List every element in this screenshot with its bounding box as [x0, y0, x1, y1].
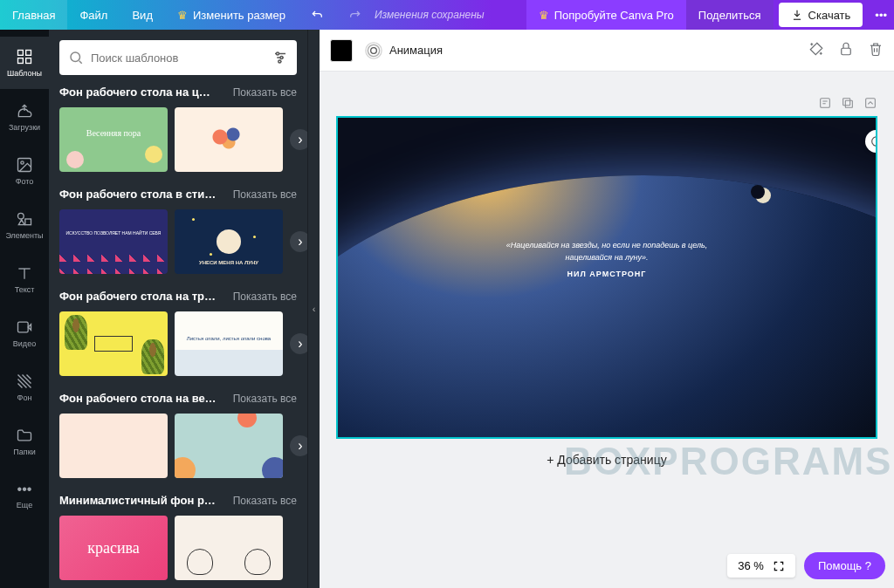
section-title: Фон рабочего стола на тро... [59, 290, 217, 303]
canvas-toolbar: Анимация [320, 30, 894, 72]
svg-rect-18 [845, 100, 852, 107]
menu-file[interactable]: Файл [67, 0, 120, 30]
section-title: Фон рабочего стола на весе... [59, 392, 217, 405]
svg-point-10 [277, 52, 279, 55]
quote-text[interactable]: «Нацеливайся на звезды, но если не попад… [338, 240, 876, 281]
scroll-right-button[interactable]: › [290, 435, 307, 456]
template-thumb[interactable] [59, 414, 168, 478]
svg-point-14 [368, 44, 379, 56]
share-button[interactable]: Поделиться [686, 0, 774, 30]
show-all-link[interactable]: Показать все [233, 188, 297, 201]
rail-video[interactable]: Видео [0, 307, 49, 359]
svg-point-12 [279, 60, 281, 63]
duplicate-page-button[interactable] [841, 96, 855, 113]
collapse-panel-button[interactable]: ‹ [307, 30, 320, 588]
svg-point-9 [71, 52, 80, 62]
magic-button[interactable] [808, 41, 824, 60]
template-thumb[interactable]: УНЕСИ МЕНЯ НА ЛУНУ [175, 209, 283, 274]
ellipsis-icon: ••• [17, 482, 32, 497]
rail-background[interactable]: Фон [0, 361, 49, 414]
rail-elements[interactable]: Элементы [0, 199, 49, 251]
template-thumb[interactable]: Листья опали, листья опали снова [175, 311, 283, 376]
help-button[interactable]: Помощь ? [804, 552, 885, 579]
filter-icon[interactable] [272, 50, 288, 65]
menu-resize[interactable]: ♛ Изменить размер [165, 0, 298, 30]
show-all-link[interactable]: Показать все [233, 86, 297, 99]
animation-button[interactable]: Анимация [365, 42, 443, 59]
design-canvas[interactable]: «Нацеливайся на звезды, но если не попад… [336, 116, 877, 439]
chevron-left-icon: ‹ [313, 304, 316, 314]
search-box[interactable] [59, 40, 297, 75]
canvas-area: Анимация «Нацеливайся на звез [320, 30, 894, 588]
templates-panel: Фон рабочего стола на цве... Показать вс… [49, 30, 307, 588]
page-notes-button[interactable] [818, 96, 832, 113]
template-thumb[interactable] [59, 311, 168, 376]
crown-icon: ♛ [177, 9, 188, 22]
template-thumb[interactable]: Весенняя пора [59, 107, 168, 172]
show-all-link[interactable]: Показать все [233, 291, 297, 303]
menu-home[interactable]: Главная [0, 0, 67, 30]
left-rail: Шаблоны Загрузки Фото Элементы Текст Вид… [0, 30, 49, 588]
template-thumb[interactable] [175, 516, 283, 580]
add-page-button[interactable]: + Добавить страницу [336, 453, 877, 467]
save-status: Изменения сохранены [375, 9, 485, 21]
section-title: Минималистичный фон ра... [59, 494, 217, 507]
svg-rect-17 [821, 99, 830, 108]
page-up-button[interactable] [863, 96, 877, 113]
template-thumb[interactable] [175, 107, 283, 172]
show-all-link[interactable]: Показать все [233, 393, 297, 405]
top-menu-bar: Главная Файл Вид ♛ Изменить размер Измен… [0, 0, 894, 30]
svg-rect-7 [25, 219, 31, 225]
undo-button[interactable] [298, 0, 336, 30]
svg-rect-0 [18, 51, 24, 56]
svg-rect-8 [18, 322, 29, 332]
try-pro-label: Попробуйте Canva Pro [554, 9, 674, 22]
svg-rect-1 [26, 51, 31, 56]
download-label: Скачать [808, 9, 851, 22]
template-thumb[interactable]: красива [59, 516, 168, 580]
section-title: Фон рабочего стола в стиле... [59, 188, 217, 201]
more-menu[interactable]: ••• [868, 9, 894, 22]
svg-point-11 [280, 57, 283, 59]
zoom-control[interactable]: 36 % [727, 554, 795, 578]
fullscreen-icon [773, 560, 785, 572]
svg-point-6 [18, 213, 24, 219]
try-pro-button[interactable]: ♛ Попробуйте Canva Pro [526, 0, 686, 30]
search-input[interactable] [91, 51, 265, 65]
scroll-right-button[interactable]: › [290, 231, 307, 252]
svg-point-13 [371, 47, 377, 53]
rail-templates[interactable]: Шаблоны [0, 37, 49, 89]
svg-rect-2 [18, 58, 24, 64]
search-icon [68, 50, 84, 65]
redo-button[interactable] [336, 0, 375, 30]
template-thumb[interactable]: ИСКУССТВО ПОЗВОЛЯЕТ НАМ НАЙТИ СЕБЯ [59, 209, 168, 274]
svg-rect-19 [843, 99, 850, 106]
rail-more[interactable]: ••• Еще [0, 469, 49, 522]
crown-icon: ♛ [539, 9, 549, 22]
svg-rect-3 [26, 58, 31, 64]
rotate-handle[interactable] [865, 130, 877, 153]
svg-rect-20 [866, 99, 876, 108]
rail-text[interactable]: Текст [0, 253, 49, 305]
color-swatch[interactable] [330, 39, 353, 62]
section-title: Фон рабочего стола на цве... [59, 85, 217, 99]
template-thumb[interactable] [175, 414, 283, 478]
menu-view[interactable]: Вид [120, 0, 165, 30]
resize-label: Изменить размер [193, 9, 285, 22]
svg-rect-16 [842, 48, 851, 55]
lock-button[interactable] [838, 41, 854, 60]
delete-button[interactable] [868, 41, 884, 60]
svg-point-5 [21, 161, 24, 164]
scroll-right-button[interactable]: › [290, 333, 307, 354]
rail-uploads[interactable]: Загрузки [0, 91, 49, 143]
download-button[interactable]: Скачать [779, 3, 863, 27]
rail-folders[interactable]: Папки [0, 415, 49, 468]
animation-icon [365, 42, 382, 59]
scroll-right-button[interactable]: › [290, 129, 307, 150]
show-all-link[interactable]: Показать все [233, 495, 297, 507]
rail-photos[interactable]: Фото [0, 145, 49, 197]
